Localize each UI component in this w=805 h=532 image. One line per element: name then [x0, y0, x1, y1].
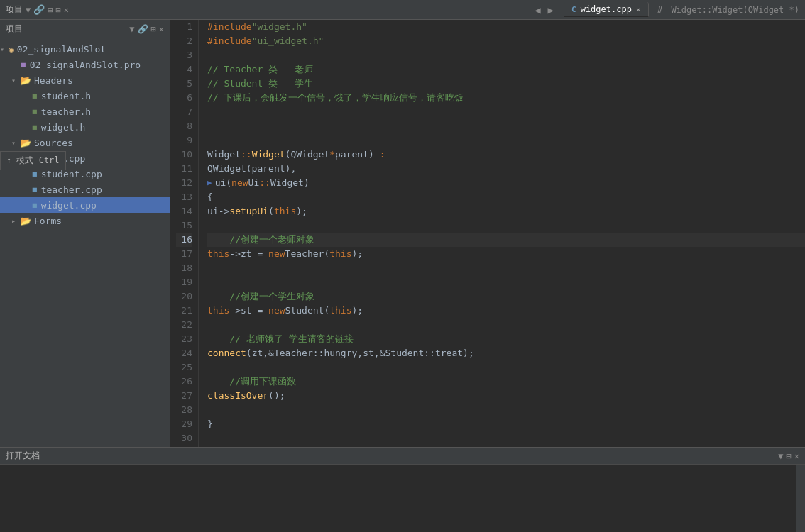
nav-arrows: ◀ ▶	[532, 4, 556, 16]
line-number-31: 31	[176, 445, 192, 447]
line-numbers: 1234567891011121314151617181920212223242…	[170, 20, 199, 447]
link-icon[interactable]: 🔗	[33, 4, 45, 15]
tree-label-widget.h: widget.h	[41, 122, 86, 133]
code-line-4: // Teacher 类 老师	[207, 62, 805, 77]
breadcrumb: Widget::Widget(QWidget *)	[671, 5, 799, 15]
code-line-9	[207, 133, 805, 148]
tree-item-forms[interactable]: ▸📂Forms	[0, 213, 170, 228]
tab-close-icon[interactable]: ×	[636, 5, 641, 14]
code-line-14: ui->setupUi(this);	[207, 204, 805, 218]
bottom-filter-icon[interactable]: ▼	[778, 451, 783, 461]
tab-cpp-icon: C	[571, 5, 576, 14]
project-tree: ▾◉02_signalAndSlot▪02_signalAndSlot.pro▾…	[0, 38, 170, 447]
line-number-10: 10	[176, 148, 192, 162]
folder-icon-headers: 📂	[20, 75, 31, 86]
code-line-26: //调用下课函数	[207, 375, 805, 389]
back-button[interactable]: ◀	[532, 4, 542, 16]
title-bar-left: 项目 ▼ 🔗 ⊞ ⊟ ✕	[6, 4, 69, 16]
sidebar-close-icon[interactable]: ✕	[159, 24, 164, 34]
line-number-14: 14	[176, 204, 192, 218]
file-tab-widget-cpp[interactable]: C widget.cpp ×	[564, 2, 649, 17]
sync-icon[interactable]: ⊞	[48, 5, 53, 15]
code-line-7	[207, 105, 805, 119]
line-number-17: 17	[176, 247, 192, 261]
bottom-panel-header: 打开文档 ▼ ⊟ ✕	[0, 448, 805, 465]
code-line-8	[207, 119, 805, 133]
code-line-16: //创建一个老师对象	[207, 233, 805, 247]
file-icon-pro: ▪	[20, 59, 27, 70]
code-line-22	[207, 318, 805, 332]
tree-item-sources[interactable]: ▾📂Sources	[0, 135, 170, 150]
folder-icon-forms: 📂	[20, 216, 31, 226]
arrow-indicator-12: ▶	[207, 176, 212, 190]
tree-arrow-headers: ▾	[11, 77, 20, 84]
tree-item-pro[interactable]: ▪02_signalAndSlot.pro	[0, 57, 170, 72]
tree-arrow-sources: ▾	[11, 139, 20, 147]
line-number-6: 6	[176, 91, 192, 105]
filter-icon[interactable]: ▼	[26, 5, 31, 15]
line-number-11: 11	[176, 162, 192, 176]
code-line-25	[207, 360, 805, 375]
sidebar-filter-icon[interactable]: ▼	[129, 24, 134, 34]
sidebar-link-icon[interactable]: 🔗	[138, 24, 148, 34]
code-line-15	[207, 218, 805, 233]
line-number-22: 22	[176, 318, 192, 332]
line-number-5: 5	[176, 77, 192, 91]
file-icon-teacher.cpp: ▪	[31, 184, 38, 195]
tree-item-student.h[interactable]: ▪student.h	[0, 88, 170, 104]
sidebar-header-icons: ▼ 🔗 ⊞ ✕	[129, 24, 164, 34]
bottom-split-icon[interactable]: ⊟	[787, 451, 792, 461]
code-line-1: #include "widget.h"	[207, 20, 805, 34]
line-number-2: 2	[176, 34, 192, 48]
sidebar-grid-icon[interactable]: ⊞	[151, 24, 156, 34]
code-line-20: //创建一个学生对象	[207, 289, 805, 304]
tree-item-teacher.h[interactable]: ▪teacher.h	[0, 104, 170, 119]
search-mode-overlay: ↑ 模式 Ctrl	[0, 151, 66, 170]
code-line-19	[207, 275, 805, 289]
editor-content: 1234567891011121314151617181920212223242…	[170, 20, 805, 447]
tree-item-teacher.cpp[interactable]: ▪teacher.cpp	[0, 182, 170, 197]
close-panel-icon[interactable]: ✕	[64, 5, 69, 15]
bottom-scrollbar[interactable]	[796, 465, 805, 532]
code-line-6: // 下课后，会触发一个信号，饿了，学生响应信号，请客吃饭	[207, 91, 805, 105]
line-number-18: 18	[176, 261, 192, 275]
line-number-4: 4	[176, 62, 192, 77]
bottom-close-icon[interactable]: ✕	[794, 451, 799, 461]
code-line-3	[207, 48, 805, 62]
code-line-11: QWidget(parent),	[207, 162, 805, 176]
tree-item-headers[interactable]: ▾📂Headers	[0, 72, 170, 88]
tab-label: widget.cpp	[581, 4, 632, 14]
main-layout: 项目 ▼ 🔗 ⊞ ✕ ▾◉02_signalAndSlot▪02_signalA…	[0, 20, 805, 447]
forward-button[interactable]: ▶	[546, 4, 556, 16]
split-icon[interactable]: ⊟	[55, 5, 60, 15]
code-line-5: // Student 类 学生	[207, 77, 805, 91]
tree-item-root[interactable]: ▾◉02_signalAndSlot	[0, 41, 170, 57]
line-number-26: 26	[176, 375, 192, 389]
folder-icon-sources: 📂	[20, 138, 31, 148]
code-line-28	[207, 403, 805, 417]
line-number-25: 25	[176, 360, 192, 375]
tree-label-headers: Headers	[34, 75, 73, 86]
line-number-19: 19	[176, 275, 192, 289]
code-area[interactable]: #include "widget.h"#include "ui_widget.h…	[199, 20, 805, 447]
bottom-panel-icons: ▼ ⊟ ✕	[778, 451, 799, 461]
code-line-24: connect(zt,&Teacher::hungry,st,&Student:…	[207, 346, 805, 360]
code-line-30	[207, 431, 805, 445]
sidebar-title: 项目	[6, 23, 23, 35]
code-line-17: this->zt = new Teacher(this);	[207, 247, 805, 261]
line-number-29: 29	[176, 417, 192, 431]
line-number-1: 1	[176, 20, 192, 34]
tree-label-widget.cpp: widget.cpp	[41, 200, 97, 211]
file-icon-widget.cpp: ▪	[31, 199, 38, 211]
editor-area: 1234567891011121314151617181920212223242…	[170, 20, 805, 447]
line-number-9: 9	[176, 133, 192, 148]
line-number-20: 20	[176, 289, 192, 304]
line-number-28: 28	[176, 403, 192, 417]
tree-item-widget.cpp[interactable]: ▪widget.cpp	[0, 197, 170, 213]
sidebar-header: 项目 ▼ 🔗 ⊞ ✕	[0, 20, 170, 38]
tree-label-student.h: student.h	[41, 91, 91, 101]
tree-item-widget.h[interactable]: ▪widget.h	[0, 119, 170, 135]
tree-arrow-forms: ▸	[11, 217, 20, 225]
hash-symbol: #	[657, 4, 663, 15]
title-bar: 项目 ▼ 🔗 ⊞ ⊟ ✕ ◀ ▶ C widget.cpp × # Widget…	[0, 0, 805, 20]
